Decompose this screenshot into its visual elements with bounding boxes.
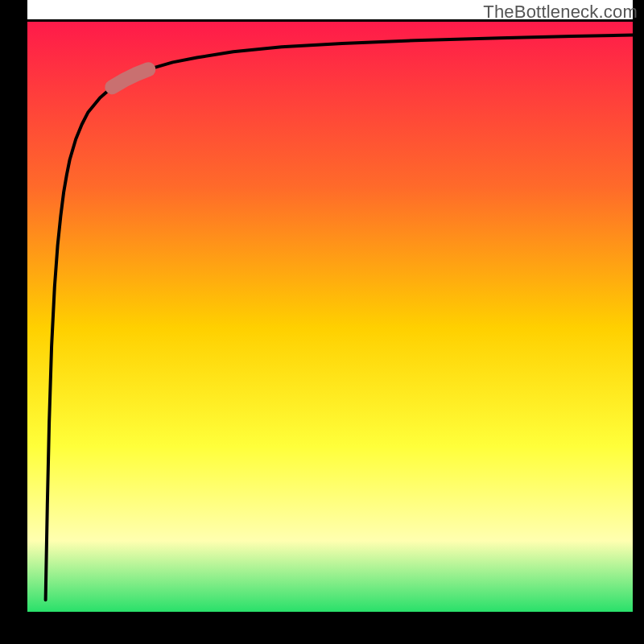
axis-right (633, 0, 644, 644)
plot-area (0, 0, 644, 644)
axis-bottom (0, 612, 644, 644)
bottleneck-chart (0, 0, 644, 644)
axis-left (0, 0, 27, 644)
gradient-background (27, 21, 633, 612)
watermark-text: TheBottleneck.com (483, 2, 638, 23)
chart-container: TheBottleneck.com (0, 0, 644, 644)
